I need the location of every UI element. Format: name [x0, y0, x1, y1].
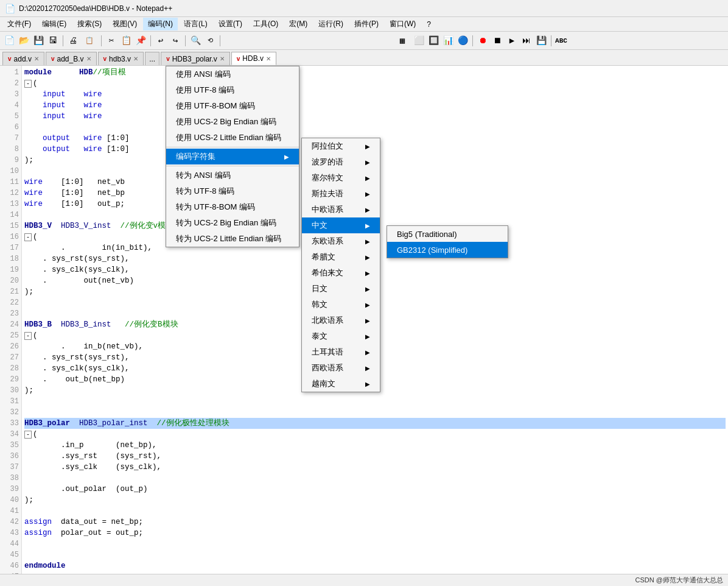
- cn-big5[interactable]: Big5 (Traditional): [387, 226, 508, 242]
- charset-korean[interactable]: 韩文 ▶: [302, 297, 380, 312]
- charset-turkish[interactable]: 土耳其语 ▶: [302, 344, 380, 360]
- cut-btn[interactable]: ✂: [105, 34, 118, 48]
- macro-stop[interactable]: ⏹: [491, 34, 504, 48]
- paste-btn[interactable]: 📌: [134, 34, 147, 48]
- macro-play[interactable]: ▶: [505, 34, 519, 48]
- chinese-submenu[interactable]: Big5 (Traditional) GB2312 (Simplified): [387, 225, 508, 258]
- tab-hdb-v[interactable]: v HDB.v ✕: [231, 52, 276, 65]
- redo-btn[interactable]: ↪: [169, 34, 182, 48]
- tab-label: hdb3.v: [109, 55, 131, 63]
- tab-add-b-v[interactable]: v add_B.v ✕: [46, 52, 97, 65]
- line-num-5: 5: [0, 111, 21, 122]
- menu-help[interactable]: ?: [422, 19, 436, 30]
- menu-use-ucs2le[interactable]: 使用 UCS-2 Little Endian 编码: [166, 130, 299, 146]
- charset-japanese[interactable]: 日文 ▶: [302, 281, 380, 297]
- line-num-28: 28: [0, 363, 21, 374]
- editor-area: 1 2 3 4 5 6 7 8 9 10 11 12 13 14 15 16 1…: [0, 66, 728, 574]
- macro-rec[interactable]: ⏺: [476, 34, 489, 48]
- title-bar: 📄 D:\202012702050eda\HDB\HDB.v - Notepad…: [0, 0, 728, 17]
- print-btn[interactable]: 🖨: [66, 34, 80, 48]
- tab-label: HDB3_polar.v: [172, 55, 217, 63]
- menu-to-ansi[interactable]: 转为 ANSI 编码: [166, 168, 299, 183]
- tab-close-icon[interactable]: ✕: [220, 55, 225, 62]
- menu-search[interactable]: 搜索(S): [72, 18, 107, 30]
- menu-edit[interactable]: 编辑(E): [37, 18, 71, 30]
- encoding-menu[interactable]: 使用 ANSI 编码 使用 UTF-8 编码 使用 UTF-8-BOM 编码 使…: [166, 66, 299, 247]
- charset-nordic[interactable]: 北欧语系 ▶: [302, 312, 380, 328]
- menu-run[interactable]: 运行(R): [313, 18, 348, 30]
- save-btn[interactable]: 💾: [32, 34, 45, 48]
- menu-bar: 文件(F) 编辑(E) 搜索(S) 视图(V) 编码(N) 语言(L) 设置(T…: [0, 17, 728, 32]
- macro-btn4[interactable]: 📊: [441, 34, 455, 48]
- menu-use-utf8bom[interactable]: 使用 UTF-8-BOM 编码: [166, 98, 299, 114]
- cn-gb2312[interactable]: GB2312 (Simplified): [387, 242, 508, 258]
- charset-vietnamese[interactable]: 越南文 ▶: [302, 376, 380, 392]
- macro-btn5[interactable]: 🔵: [456, 34, 469, 48]
- menu-settings[interactable]: 设置(T): [214, 18, 247, 30]
- charset-greek[interactable]: 希腊文 ▶: [302, 249, 380, 265]
- tab-close-icon[interactable]: ✕: [34, 55, 39, 62]
- menu-to-utf8bom[interactable]: 转为 UTF-8-BOM 编码: [166, 199, 299, 215]
- menu-encoding[interactable]: 编码(N): [143, 18, 178, 30]
- tab-hdb3-v[interactable]: v hdb3.v ✕: [98, 52, 144, 65]
- line-num-15: 15: [0, 221, 21, 231]
- new-btn[interactable]: 📄: [2, 34, 16, 48]
- tab-close-icon[interactable]: ✕: [86, 55, 91, 62]
- charset-chinese[interactable]: 中文 ▶: [302, 217, 380, 233]
- charset-thai[interactable]: 泰文 ▶: [302, 328, 380, 344]
- menu-to-ucs2be[interactable]: 转为 UCS-2 Big Endian 编码: [166, 215, 299, 231]
- tab-hdb3-polar-v[interactable]: v HDB3_polar.v ✕: [161, 52, 230, 65]
- charset-submenu[interactable]: 阿拉伯文 ▶ 波罗的语 ▶ 塞尔特文 ▶ 斯拉夫语 ▶ 中欧语系 ▶ 中文 ▶: [301, 138, 380, 392]
- menu-file[interactable]: 文件(F): [2, 18, 36, 30]
- undo-btn[interactable]: ↩: [154, 34, 167, 48]
- macro-btn2[interactable]: ⬜: [412, 34, 425, 48]
- charset-arabic[interactable]: 阿拉伯文 ▶: [302, 138, 380, 154]
- menu-view[interactable]: 视图(V): [108, 18, 142, 30]
- open-btn[interactable]: 📂: [17, 34, 30, 48]
- save-all-btn[interactable]: 🖫: [46, 34, 60, 48]
- charset-baltic[interactable]: 波罗的语 ▶: [302, 154, 380, 170]
- sep7: [551, 35, 551, 46]
- separator-2: [166, 166, 299, 166]
- macro-ff[interactable]: ⏭: [520, 34, 533, 48]
- menu-to-ucs2le[interactable]: 转为 UCS-2 Little Endian 编码: [166, 231, 299, 247]
- menu-charset[interactable]: 编码字符集 ▶: [166, 149, 299, 164]
- copy-btn[interactable]: 📋: [119, 34, 133, 48]
- abc-btn[interactable]: ABC: [555, 34, 568, 48]
- menu-macro[interactable]: 宏(M): [284, 18, 312, 30]
- menu-window[interactable]: 窗口(W): [385, 18, 421, 30]
- macro-btn3[interactable]: 🔲: [427, 34, 440, 48]
- tab-close-icon[interactable]: ✕: [266, 55, 271, 62]
- charset-celtic[interactable]: 塞尔特文 ▶: [302, 170, 380, 186]
- btn5[interactable]: 📋: [81, 34, 98, 48]
- line-num-22: 22: [0, 297, 21, 308]
- line-num-14: 14: [0, 210, 21, 221]
- tabs-bar: v add.v ✕ v add_B.v ✕ v hdb3.v ✕ ... v H…: [0, 50, 728, 66]
- menu-plugins[interactable]: 插件(P): [349, 18, 383, 30]
- menu-tools[interactable]: 工具(O): [248, 18, 283, 30]
- line-num-37: 37: [0, 462, 21, 473]
- charset-western[interactable]: 西欧语系 ▶: [302, 360, 380, 376]
- macro-btn1[interactable]: ▦: [394, 34, 411, 48]
- macro-save[interactable]: 💾: [534, 34, 548, 48]
- tab-close-icon[interactable]: ✕: [133, 55, 138, 62]
- charset-hebrew[interactable]: 希伯来文 ▶: [302, 265, 380, 281]
- menu-use-ucs2be[interactable]: 使用 UCS-2 Big Endian 编码: [166, 114, 299, 130]
- code-line-33: HDB3_polar HDB3_polar_inst //例化极性处理模块: [24, 418, 726, 429]
- charset-ce[interactable]: 中欧语系 ▶: [302, 202, 380, 217]
- charset-ee[interactable]: 东欧语系 ▶: [302, 233, 380, 249]
- sep2: [101, 35, 102, 46]
- charset-slavic[interactable]: 斯拉夫语 ▶: [302, 186, 380, 202]
- menu-use-utf8[interactable]: 使用 UTF-8 编码: [166, 82, 299, 98]
- line-num-34: 34: [0, 429, 21, 440]
- tab-icon: v: [8, 55, 12, 62]
- japanese-arrow-icon: ▶: [365, 286, 370, 292]
- menu-language[interactable]: 语言(L): [179, 18, 212, 30]
- menu-to-utf8[interactable]: 转为 UTF-8 编码: [166, 183, 299, 199]
- menu-use-ansi[interactable]: 使用 ANSI 编码: [166, 66, 299, 82]
- tab-ellipsis[interactable]: ...: [145, 52, 159, 65]
- find-btn[interactable]: 🔍: [189, 34, 202, 48]
- btn-replace[interactable]: ⟲: [203, 34, 217, 48]
- tab-add-v[interactable]: v add.v ✕: [2, 52, 44, 65]
- turkish-arrow-icon: ▶: [365, 349, 370, 356]
